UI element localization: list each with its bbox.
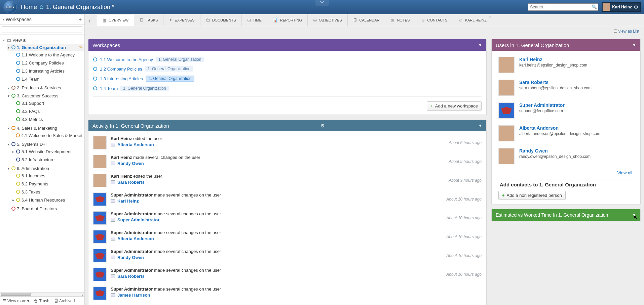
tab-documents[interactable]: 🗀DOCUMENTS — [200, 14, 242, 26]
expand-icon[interactable]: ▾ — [7, 46, 10, 49]
avatar[interactable] — [93, 136, 107, 149]
user-item[interactable]: Sara Robertssara.roberts@epsilon_design_… — [498, 76, 634, 99]
tree-item[interactable]: ▸5.1 Website Development — [11, 147, 84, 156]
expand-icon[interactable]: ▸ — [7, 86, 10, 90]
activity-target-link[interactable]: Alberta Anderson — [117, 236, 154, 241]
expand-icon[interactable]: ▾ — [7, 94, 10, 98]
users-panel-header[interactable]: Users in 1. General Organization ▼ — [492, 39, 640, 51]
tree-item[interactable]: 1.2 Company Policies — [11, 59, 84, 67]
tab-karl-heinz[interactable]: ☺KARL HEINZ✕ — [453, 14, 492, 26]
workspace-tag[interactable]: 1. General Organization — [120, 86, 168, 91]
caret-down-icon[interactable]: ▼ — [478, 43, 482, 47]
user-item[interactable]: Randy Owenrandy.owen@epsilon_design_shop… — [498, 145, 634, 168]
breadcrumb-home[interactable]: Home — [21, 4, 37, 11]
trash-button[interactable]: 🗑 Trash — [34, 299, 49, 303]
tab-reporting[interactable]: 📊REPORTING — [267, 14, 308, 26]
sidebar-header-caret-icon[interactable]: ▾ — [3, 17, 4, 21]
close-icon[interactable]: ✕ — [489, 15, 491, 18]
tab-objectives[interactable]: ◎OBJECTIVES — [308, 14, 347, 26]
tree-item[interactable]: ▾1. General Organization✎1.1 Welcome to … — [7, 43, 84, 84]
view-more-button[interactable]: ☰ View more▾ — [3, 299, 29, 303]
activity-target-link[interactable]: Sara Roberts — [117, 274, 145, 279]
expand-top-handle[interactable]: ︾ — [315, 0, 329, 6]
tab-tasks[interactable]: 🗒TASKS — [134, 14, 163, 26]
avatar[interactable] — [93, 287, 107, 300]
caret-down-icon[interactable]: ▼ — [478, 123, 482, 128]
activity-target-link[interactable]: Super Administrator — [117, 217, 159, 222]
workspace-link[interactable]: 1.2 Company Policies — [100, 67, 142, 72]
user-menu[interactable]: Karl Heinz ⚙ — [602, 2, 641, 12]
avatar[interactable] — [93, 268, 107, 281]
workspace-item[interactable]: 1.4 Team1. General Organization — [93, 84, 482, 93]
workspace-tag[interactable]: 1. General Organization — [156, 57, 204, 62]
archived-button[interactable]: 🗄 Archived — [54, 299, 75, 303]
tree-item[interactable]: 1.4 Team — [11, 75, 84, 83]
avatar[interactable] — [93, 174, 107, 187]
expand-icon[interactable]: ▾ — [7, 167, 10, 170]
avatar[interactable] — [498, 148, 515, 164]
tree-view-all[interactable]: ▾🗀View all ▾1. General Organization✎1.1 … — [2, 36, 84, 213]
users-view-all-link[interactable]: View all — [617, 170, 632, 175]
tab-contacts[interactable]: ☺CONTACTS — [415, 14, 453, 26]
activity-target-link[interactable]: Karl Heinz — [117, 199, 139, 204]
tree-item[interactable]: 4.1 Welcome to Sales & Market — [11, 131, 84, 139]
tree-item[interactable]: 1.1 Welcome to the Agency — [11, 51, 84, 59]
tree-item[interactable]: ▾3. Customer Success3.1 Support3.2 FAQs3… — [7, 92, 84, 124]
expand-icon[interactable]: ▾ — [7, 126, 10, 130]
activity-panel-header[interactable]: Activity In 1. General Organization ⚙ ▼ — [88, 120, 486, 131]
tab-time[interactable]: ◷TIME — [242, 14, 267, 26]
tree-item[interactable]: 1.3 Interesting Articles — [11, 67, 84, 75]
tree-item[interactable]: 3.1 Support — [11, 99, 84, 107]
add-workspace-button[interactable]: +Add a new workspace — [427, 101, 482, 111]
user-name-link[interactable]: Alberta Anderson — [519, 125, 600, 131]
workspace-link[interactable]: 1.1 Welcome to the Agency — [100, 57, 153, 62]
user-name-link[interactable]: Super Administrator — [519, 102, 565, 108]
workspace-item[interactable]: 1.1 Welcome to the Agency1. General Orga… — [93, 55, 482, 64]
tree-item[interactable]: 7. Board of Directors — [7, 205, 84, 213]
tree-item[interactable]: 6.3 Taxes — [11, 188, 84, 196]
expand-icon[interactable]: ▸ — [11, 150, 15, 154]
tab-notes[interactable]: 🗈NOTES — [385, 14, 415, 26]
scroll-thumb[interactable] — [1, 293, 31, 296]
activity-target-link[interactable]: Randy Owen — [117, 255, 144, 260]
avatar[interactable] — [498, 80, 515, 96]
tree-item[interactable]: 3.2 FAQs — [11, 107, 84, 115]
avatar[interactable] — [93, 211, 107, 225]
tree-item[interactable]: ▸2. Products & Services — [7, 84, 84, 92]
search-icon[interactable]: 🔍 — [592, 4, 597, 9]
avatar[interactable] — [498, 125, 515, 141]
caret-down-icon[interactable]: ▼ — [632, 43, 636, 47]
tree-item[interactable]: ▸6.4 Human Resources — [11, 196, 84, 204]
sidebar-collapse-button[interactable]: ‹ — [85, 16, 94, 26]
add-workspace-icon[interactable]: + — [79, 16, 82, 23]
gear-icon[interactable]: ⚙ — [634, 4, 638, 10]
estimated-panel-header[interactable]: Estimated vs Worked Time In 1. General O… — [492, 209, 640, 221]
workspace-link[interactable]: 1.4 Team — [100, 86, 118, 91]
tab-expenses[interactable]: ✦EXPENSES — [163, 14, 200, 26]
view-as-list-link[interactable]: ☲ view as List — [88, 29, 641, 34]
tree-item[interactable]: 5.2 Infrastructure — [11, 156, 84, 164]
tab-overview[interactable]: ▦OVERVIEW — [97, 14, 134, 26]
tree-item[interactable]: ▾5. Systems D+I▸5.1 Website Development5… — [7, 140, 84, 164]
breadcrumb-current[interactable]: 1. General Organization * — [46, 4, 114, 11]
tab-calendar[interactable]: 🗓CALENDAR — [348, 14, 385, 26]
activity-target-link[interactable]: Randy Owen — [117, 161, 144, 166]
avatar[interactable] — [93, 249, 107, 262]
scroll-right-icon[interactable]: ▸ — [80, 293, 84, 297]
tree-item[interactable]: 6.2 Payments — [11, 180, 84, 188]
user-name-link[interactable]: Sara Roberts — [519, 80, 592, 85]
avatar[interactable] — [498, 57, 515, 73]
activity-target-link[interactable]: James Harrison — [117, 293, 150, 298]
activity-target-link[interactable]: Alberta Anderson — [117, 142, 154, 147]
sidebar-filter-input[interactable] — [2, 26, 82, 33]
search-input[interactable] — [528, 3, 598, 11]
user-item[interactable]: Alberta Andersonalberta.anderson@epsilon… — [498, 122, 634, 145]
tree-item[interactable]: 6.1 Incomes — [11, 172, 84, 180]
pencil-icon[interactable]: ✎ — [79, 45, 82, 50]
workspaces-panel-header[interactable]: Workspaces ▼ — [88, 39, 486, 51]
expand-icon[interactable]: ▸ — [11, 198, 15, 202]
add-non-registered-person-button[interactable]: + Add a non registered person — [498, 191, 566, 200]
avatar[interactable] — [93, 230, 107, 244]
workspace-tag[interactable]: 1. General Organization — [145, 66, 193, 72]
tree-item[interactable]: ▾6. Administration6.1 Incomes6.2 Payment… — [7, 164, 84, 205]
